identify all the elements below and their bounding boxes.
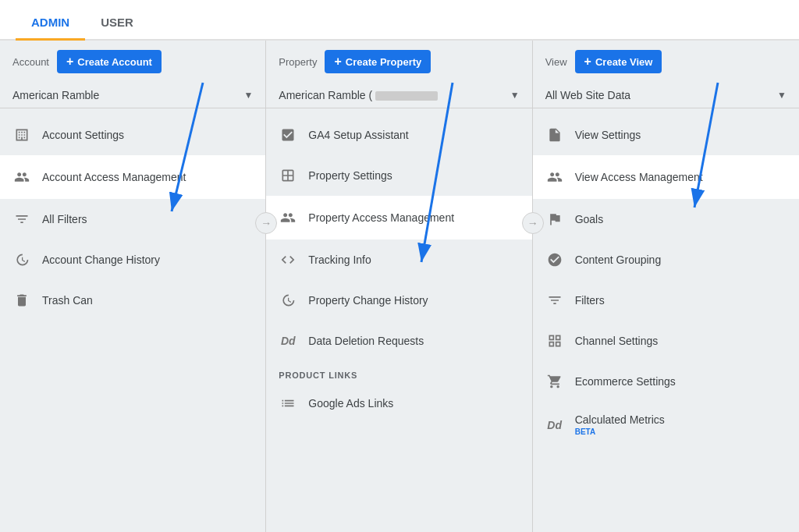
beta-badge: BETA <box>575 427 665 437</box>
trash-can-label: Trash Can <box>42 293 93 307</box>
content-grouping-item[interactable]: Content Grouping <box>533 239 799 280</box>
ecommerce-settings-label: Ecommerce Settings <box>575 374 676 388</box>
view-dropdown[interactable]: All Web Site Data ▼ <box>533 83 799 108</box>
trash-can-item[interactable]: Trash Can <box>0 280 265 321</box>
filters-label: Filters <box>575 293 605 307</box>
account-change-history-label: Account Change History <box>42 253 160 267</box>
create-property-label: Create Property <box>346 56 422 68</box>
property-header: Property + Create Property <box>266 41 531 83</box>
property-connector: → <box>522 212 544 234</box>
view-settings-label: View Settings <box>575 128 641 142</box>
property-label: Property <box>279 56 317 68</box>
calculated-metrics-item[interactable]: Dd Calculated Metrics BETA <box>533 402 799 448</box>
account-menu-list: Account Settings Account Access Manageme… <box>0 108 265 532</box>
tracking-info-item[interactable]: Tracking Info <box>266 239 531 280</box>
calculated-metrics-label: Calculated Metrics BETA <box>575 413 665 437</box>
property-access-management-label: Property Access Management <box>308 211 454 225</box>
blurred-text <box>375 91 438 101</box>
account-access-management-item[interactable]: Account Access Management <box>0 155 265 199</box>
dd-icon-property: Dd <box>279 332 297 350</box>
property-settings-label: Property Settings <box>308 168 392 183</box>
create-property-button[interactable]: + Create Property <box>325 50 431 73</box>
goals-item[interactable]: Goals <box>533 199 799 239</box>
property-menu-list: GA4 Setup Assistant Property Settings <box>266 108 531 532</box>
create-account-label: Create Account <box>77 56 152 68</box>
filter-icon-account <box>12 210 31 229</box>
account-column-inner: Account + Create Account American Ramble… <box>0 41 266 532</box>
account-column: Account + Create Account American Ramble… <box>0 41 266 532</box>
ecommerce-settings-item[interactable]: Ecommerce Settings <box>533 361 799 402</box>
account-settings-label: Account Settings <box>42 128 124 142</box>
google-ads-links-label: Google Ads Links <box>308 396 393 410</box>
property-dropdown-value: American Ramble ( <box>279 89 438 101</box>
channel-icon <box>545 332 564 350</box>
all-filters-label: All Filters <box>42 212 87 226</box>
account-header: Account + Create Account <box>0 41 265 83</box>
all-filters-item[interactable]: All Filters <box>0 199 265 239</box>
account-settings-item[interactable]: Account Settings <box>0 115 265 155</box>
account-label: Account <box>12 56 49 68</box>
columns-container: Account + Create Account American Ramble… <box>0 41 799 532</box>
ga4-setup-label: GA4 Setup Assistant <box>308 128 408 142</box>
account-dropdown-value: American Ramble <box>12 89 99 101</box>
property-column-inner: Property + Create Property American Ramb… <box>266 41 532 532</box>
property-icon <box>279 166 297 185</box>
history-icon-property <box>279 291 297 310</box>
content-grouping-label: Content Grouping <box>575 253 662 267</box>
people-icon-property <box>279 208 297 227</box>
filter-icon-view <box>545 291 564 310</box>
view-label: View <box>545 56 567 68</box>
building-icon <box>12 126 31 144</box>
property-change-history-label: Property Change History <box>308 293 428 307</box>
channel-settings-item[interactable]: Channel Settings <box>533 321 799 361</box>
plus-icon-view: + <box>584 55 591 69</box>
plus-icon-property: + <box>334 55 341 69</box>
account-dropdown[interactable]: American Ramble ▼ <box>0 83 265 108</box>
tab-user[interactable]: USER <box>85 6 149 41</box>
channel-settings-label: Channel Settings <box>575 334 659 348</box>
view-access-management-item[interactable]: View Access Management <box>533 155 799 199</box>
property-settings-item[interactable]: Property Settings <box>266 155 531 196</box>
property-change-history-item[interactable]: Property Change History <box>266 280 531 321</box>
people-icon-view <box>545 168 564 186</box>
ga4-setup-assistant-item[interactable]: GA4 Setup Assistant <box>266 115 531 155</box>
view-dropdown-arrow: ▼ <box>777 90 787 101</box>
view-access-management-label: View Access Management <box>575 170 703 184</box>
dd-icon-view: Dd <box>545 416 564 434</box>
view-settings-item[interactable]: View Settings <box>533 115 799 155</box>
property-dropdown[interactable]: American Ramble ( ▼ <box>266 83 531 108</box>
data-deletion-label: Data Deletion Requests <box>308 334 424 348</box>
data-deletion-item[interactable]: Dd Data Deletion Requests <box>266 321 531 361</box>
filters-view-item[interactable]: Filters <box>533 280 799 321</box>
view-column-inner: View + Create View All Web Site Data ▼ <box>533 41 799 532</box>
history-icon-account <box>12 250 31 269</box>
content-icon <box>545 250 564 269</box>
account-access-management-label: Account Access Management <box>42 170 186 184</box>
account-dropdown-arrow: ▼ <box>243 90 253 101</box>
create-view-label: Create View <box>595 56 652 68</box>
view-column: View + Create View All Web Site Data ▼ <box>533 41 799 532</box>
view-header: View + Create View <box>533 41 799 83</box>
account-change-history-item[interactable]: Account Change History <box>0 239 265 280</box>
code-icon <box>279 250 297 269</box>
google-ads-links-item[interactable]: Google Ads Links <box>266 383 531 424</box>
create-account-button[interactable]: + Create Account <box>57 50 162 73</box>
property-column: Property + Create Property American Ramb… <box>266 41 532 532</box>
list-icon <box>279 394 297 413</box>
top-navigation: ADMIN USER <box>0 0 799 41</box>
goals-label: Goals <box>575 212 604 226</box>
trash-icon <box>12 291 31 310</box>
tab-admin[interactable]: ADMIN <box>16 6 85 41</box>
main-area: Account + Create Account American Ramble… <box>0 41 799 532</box>
people-icon-account <box>12 168 31 186</box>
view-dropdown-value: All Web Site Data <box>545 89 630 101</box>
create-view-button[interactable]: + Create View <box>575 50 662 73</box>
property-dropdown-arrow: ▼ <box>510 90 520 101</box>
plus-icon: + <box>66 55 73 69</box>
view-menu-list: View Settings View Access Management <box>533 108 799 532</box>
account-connector: → <box>255 212 277 234</box>
view-doc-icon <box>545 126 564 144</box>
property-access-management-item[interactable]: Property Access Management <box>266 196 531 239</box>
cart-icon <box>545 372 564 391</box>
flag-icon <box>545 210 564 229</box>
